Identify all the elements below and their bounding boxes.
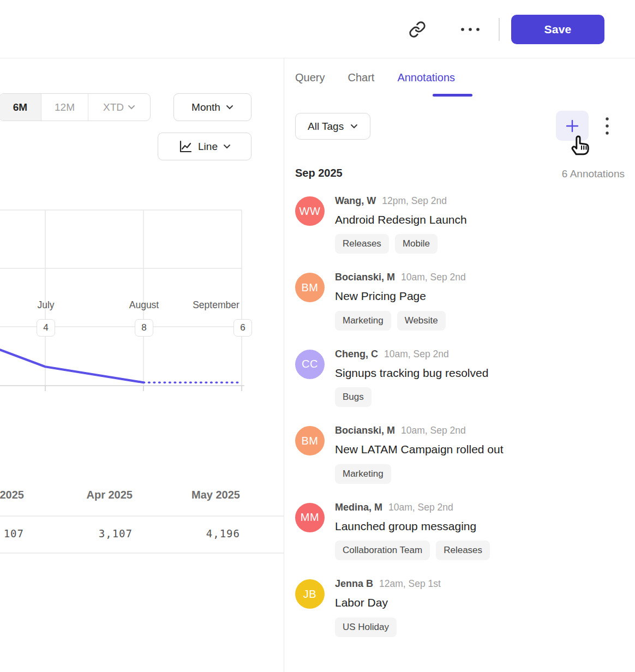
table-divider [0,515,284,517]
annotation-list-item[interactable]: WW Wang, W 12pm, Sep 2nd Android Redesig… [284,195,635,254]
annotation-list-item[interactable]: MM Medina, M 10am, Sep 2nd Launched grou… [284,502,635,560]
annotation-list-item[interactable]: BM Bocianski, M 10am, Sep 2nd New LATAM … [284,425,635,483]
tab-query[interactable]: Query [295,71,325,84]
tag-pill[interactable]: Bugs [335,387,372,407]
series-actual-line [0,350,143,382]
table-header-apr: Apr 2025 [55,489,133,501]
tag-pill[interactable]: US Holiday [335,617,397,637]
annotation-title: Android Redesign Launch [335,211,515,229]
range-tab-12m-label: 12M [55,101,75,113]
tag-pill[interactable]: Marketing [335,464,391,484]
annotation-body: Wang, W 12pm, Sep 2nd Android Redesign L… [335,195,624,254]
chevron-down-icon [226,105,233,110]
annotation-body: Jenna B 12am, Sep 1st Labor Day US Holid… [335,578,624,637]
range-tab-6m-label: 6M [13,101,27,113]
annotation-title: New Pricing Page [335,287,515,305]
annotation-author: Medina, M [335,502,382,513]
annotation-timestamp: 10am, Sep 2nd [401,272,466,283]
tag-pill[interactable]: Marketing [335,311,391,331]
annotation-author: Bocianski, M [335,272,395,283]
annotation-author: Bocianski, M [335,425,395,436]
active-tab-underline [433,94,472,97]
chart-type-dropdown[interactable]: Line [158,133,251,160]
avatar: WW [295,196,325,226]
table-header-mar: 2025 [0,489,24,501]
chart-panel: 6M 12M XTD Month [0,58,284,672]
granularity-label: Month [191,101,220,113]
table-cell-apr: 3,107 [55,527,133,539]
tag-pill[interactable]: Mobile [395,234,438,254]
annotation-list-item[interactable]: CC Cheng, C 10am, Sep 2nd Signups tracki… [284,349,635,407]
table-header-may: May 2025 [158,489,240,501]
annotation-timestamp: 10am, Sep 2nd [388,502,453,513]
app-window: Save 6M 12M XTD Month [0,0,635,672]
annotation-title: New LATAM Campaign rolled out [335,440,515,459]
annotation-list-item[interactable]: JB Jenna B 12am, Sep 1st Labor Day US Ho… [284,578,635,637]
annotation-body: Cheng, C 10am, Sep 2nd Signups tracking … [335,349,624,407]
top-toolbar: Save [0,0,635,58]
range-tab-xtd-label: XTD [103,101,124,113]
tag-pill[interactable]: Website [397,311,446,331]
annotation-body: Medina, M 10am, Sep 2nd Launched group m… [335,502,624,560]
annotation-count-badge-august[interactable]: 8 [135,319,153,337]
range-tab-xtd[interactable]: XTD [88,94,150,121]
annotation-author: Wang, W [335,195,376,207]
annotation-author: Cheng, C [335,349,378,360]
annotation-author: Jenna B [335,578,373,590]
share-link-button[interactable] [403,15,432,44]
range-tab-6m[interactable]: 6M [0,94,41,121]
annotation-body: Bocianski, M 10am, Sep 2nd New LATAM Cam… [335,425,624,483]
plus-icon [566,119,579,133]
panel-tabs: Query Chart Annotations [295,58,455,97]
table-cell-mar: 107 [0,527,24,539]
x-axis-label-september: September [189,299,243,311]
range-tab-12m[interactable]: 12M [41,94,88,121]
more-options-button[interactable] [456,15,484,44]
x-axis-label-august: August [117,299,171,311]
all-tags-filter-dropdown[interactable]: All Tags [295,113,370,140]
annotation-timestamp: 10am, Sep 2nd [384,349,449,360]
chevron-down-icon [128,105,135,110]
annotation-title: Launched group messaging [335,517,515,536]
toolbar-divider [499,18,500,41]
table-cell-may: 4,196 [158,527,240,539]
line-chart-icon [178,140,193,154]
chart-type-label: Line [198,141,218,153]
annotation-list-item[interactable]: BM Bocianski, M 10am, Sep 2nd New Pricin… [284,272,635,330]
date-range-segmented-control: 6M 12M XTD [0,93,151,121]
annotation-body: Bocianski, M 10am, Sep 2nd New Pricing P… [335,272,624,330]
avatar: MM [295,503,325,532]
tag-pill[interactable]: Collaboration Team [335,541,430,560]
annotations-menu-button[interactable] [600,113,615,139]
avatar: BM [295,273,325,302]
all-tags-label: All Tags [308,121,344,133]
annotation-title: Signups tracking bug resolved [335,364,515,382]
kebab-menu-icon [605,117,609,135]
tag-pill[interactable]: Releases [436,541,490,560]
save-button[interactable]: Save [511,15,604,44]
annotation-timestamp: 10am, Sep 2nd [401,425,466,436]
annotation-count-badge-september[interactable]: 6 [233,319,252,337]
avatar: CC [295,350,325,379]
annotation-timestamp: 12pm, Sep 2nd [382,195,447,207]
annotation-count-label: 6 Annotations [562,168,625,180]
annotation-timestamp: 12am, Sep 1st [379,578,441,590]
tag-pill[interactable]: Releases [335,234,389,254]
avatar: JB [295,579,325,609]
annotation-list: WW Wang, W 12pm, Sep 2nd Android Redesig… [284,195,635,655]
ellipsis-icon [459,27,481,32]
chevron-down-icon [350,124,358,129]
link-icon [409,21,426,38]
annotations-panel: Query Chart Annotations All Tags [284,58,635,672]
chevron-down-icon [223,144,231,149]
month-section-heading: Sep 2025 [295,167,343,179]
granularity-dropdown[interactable]: Month [173,93,251,121]
annotation-count-badge-july[interactable]: 4 [37,319,55,337]
x-axis-label-july: July [19,299,73,311]
add-annotation-button[interactable] [556,111,589,141]
avatar: BM [295,426,325,455]
tab-annotations[interactable]: Annotations [397,71,455,84]
tab-chart[interactable]: Chart [348,71,374,84]
annotation-title: Labor Day [335,593,515,612]
table-divider [0,553,284,554]
